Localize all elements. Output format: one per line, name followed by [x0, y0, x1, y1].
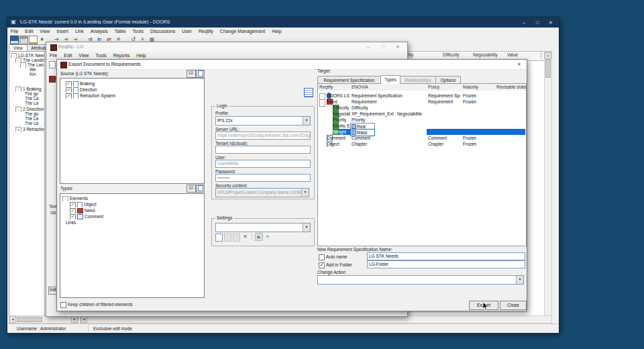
tree-expander-icon[interactable]: -	[15, 87, 21, 92]
grid-vscrollbar[interactable]	[544, 52, 552, 333]
col-enovia[interactable]: ENOVIA	[350, 84, 428, 91]
save-icon[interactable]	[10, 36, 19, 44]
menu-link[interactable]: Link	[72, 28, 87, 34]
keep-children-checkbox[interactable]	[60, 302, 66, 308]
add-in-folder-checkbox[interactable]	[319, 262, 325, 268]
source-item[interactable]: Braking	[66, 81, 200, 87]
save-setting-icon[interactable]	[233, 234, 240, 242]
checkbox-checked-icon[interactable]	[70, 202, 76, 207]
menu-view[interactable]: View	[75, 52, 92, 58]
mapping-row[interactable]: - Need Requirement Requirement Frozen	[318, 99, 525, 105]
tree-expander-icon[interactable]: -	[20, 62, 26, 68]
types-item[interactable]: Comment	[70, 214, 200, 219]
menu-file[interactable]: File	[46, 52, 60, 58]
types-filter-button[interactable]	[186, 185, 196, 193]
spec-name-field[interactable]: LG STK Needs	[367, 252, 525, 260]
grid-col-negociability[interactable]: Negociability	[472, 52, 507, 58]
change-action-select[interactable]	[317, 275, 524, 285]
menu-user[interactable]: User	[178, 28, 195, 34]
menu-discussions[interactable]: Discussions	[147, 28, 178, 34]
tree-expander-icon[interactable]: -	[62, 196, 68, 201]
col-policy[interactable]: Policy	[427, 84, 463, 91]
menu-edit[interactable]: Edit	[60, 52, 75, 58]
print-icon[interactable]	[19, 36, 28, 44]
grid-col-value[interactable]: Value	[506, 52, 541, 58]
reqtify-titlebar[interactable]: Reqtify - LG	[46, 42, 407, 52]
col-reqtify[interactable]: Reqtify	[318, 84, 352, 91]
close-button[interactable]: Close	[500, 301, 527, 310]
grid-col-difficulty[interactable]: Difficulty	[441, 52, 473, 58]
new-setting-icon[interactable]	[215, 234, 223, 242]
menu-tools[interactable]: Tools	[92, 52, 109, 58]
delete-setting-icon[interactable]	[241, 233, 249, 240]
mapping-row[interactable]: Difficulty Difficulty	[318, 105, 525, 111]
menu-tools[interactable]: Tools	[129, 28, 147, 34]
tree-item[interactable]: Kin	[30, 72, 44, 77]
menu-help[interactable]: Help	[268, 28, 284, 34]
close-icon[interactable]	[392, 43, 403, 50]
types-view-button[interactable]	[196, 185, 205, 193]
password-field[interactable]: ••••••••	[215, 174, 311, 182]
mapping-row[interactable]: Priority Priority	[318, 117, 525, 123]
checkbox-checked-icon[interactable]	[66, 87, 72, 93]
source-filter-button[interactable]	[186, 70, 196, 78]
apply-setting-icon[interactable]	[264, 233, 272, 240]
tree-expander-icon[interactable]: +	[15, 127, 21, 132]
scroll-up-button[interactable]	[545, 52, 551, 59]
menu-insert[interactable]: Insert	[53, 28, 72, 34]
profile-select[interactable]: IPS 22x	[215, 116, 311, 126]
menu-reports[interactable]: Reports	[110, 52, 133, 58]
copy-setting-icon[interactable]	[224, 234, 231, 242]
favorites-icon[interactable]	[38, 36, 46, 43]
menu-view[interactable]: View	[36, 28, 53, 34]
col-revisable[interactable]: Revisable state	[495, 84, 527, 91]
menu-table[interactable]: Table	[111, 28, 129, 34]
types-links[interactable]: Links	[66, 220, 200, 226]
tree-item[interactable]: The La	[25, 121, 44, 126]
source-view-button[interactable]	[196, 70, 205, 78]
checkbox-checked-icon[interactable]	[70, 208, 76, 213]
minimize-icon[interactable]	[363, 43, 374, 50]
security-context-select[interactable]: VPLMProjectLeader.Company Name.LIEBHERR …	[215, 188, 309, 197]
tree-item[interactable]: +3 Retraction	[15, 127, 44, 132]
user-field[interactable]: UserMBSE	[215, 160, 311, 168]
mapping-row[interactable]: Kinetic Ene Real	[318, 123, 525, 129]
folder-field[interactable]: LG-Folder	[367, 260, 525, 268]
scroll-left-button[interactable]	[80, 316, 87, 323]
mapping-row[interactable]: Negociabil XP_Requirement_Ext : Negociab…	[318, 111, 525, 117]
types-item[interactable]: Object	[70, 202, 200, 207]
tab-view[interactable]: View	[9, 44, 28, 51]
new-project-icon[interactable]	[49, 61, 56, 68]
grid-col-priority[interactable]: ority	[404, 52, 443, 58]
maximize-icon[interactable]	[378, 43, 388, 50]
doors-titlebar[interactable]: 'LG-STK Needs' current 0.0 in /Landing G…	[7, 17, 559, 28]
menu-help[interactable]: Help	[133, 52, 149, 58]
import-setting-icon[interactable]	[255, 233, 263, 241]
scroll-thumb[interactable]	[17, 317, 42, 322]
tree-item[interactable]: The La	[25, 101, 44, 106]
source-item[interactable]: Retraction System	[66, 93, 200, 99]
checkbox-checked-icon[interactable]	[70, 214, 76, 219]
checkbox-checked-icon[interactable]	[66, 93, 72, 99]
edit-document-icon[interactable]	[29, 36, 38, 44]
auto-name-checkbox[interactable]	[319, 254, 325, 260]
types-item[interactable]: Need	[70, 208, 200, 213]
tenant-field[interactable]	[215, 146, 311, 154]
checkbox-checked-icon[interactable]	[66, 81, 72, 87]
maximize-icon[interactable]	[532, 19, 543, 26]
close-icon[interactable]	[514, 60, 525, 68]
scroll-right-button[interactable]	[71, 316, 78, 323]
menu-edit[interactable]: Edit	[21, 28, 36, 34]
scroll-left-button[interactable]	[9, 316, 16, 323]
mapping-row[interactable]: Object Chapter Chapter Frozen	[318, 141, 525, 147]
source-item[interactable]: Direction	[66, 87, 200, 93]
menu-change-management[interactable]: Change Management	[217, 28, 268, 34]
dropdown-arrow-icon[interactable]	[303, 117, 310, 125]
col-maturity[interactable]: Maturity	[462, 84, 496, 91]
mapping-row[interactable]: Comment Comment Comment Frozen	[318, 135, 525, 141]
export-mapping-icon[interactable]	[304, 88, 313, 97]
scroll-thumb[interactable]	[545, 59, 551, 78]
dropdown-arrow-icon[interactable]	[303, 223, 310, 232]
minimize-icon[interactable]	[519, 19, 529, 26]
dropdown-arrow-icon[interactable]	[516, 276, 523, 284]
